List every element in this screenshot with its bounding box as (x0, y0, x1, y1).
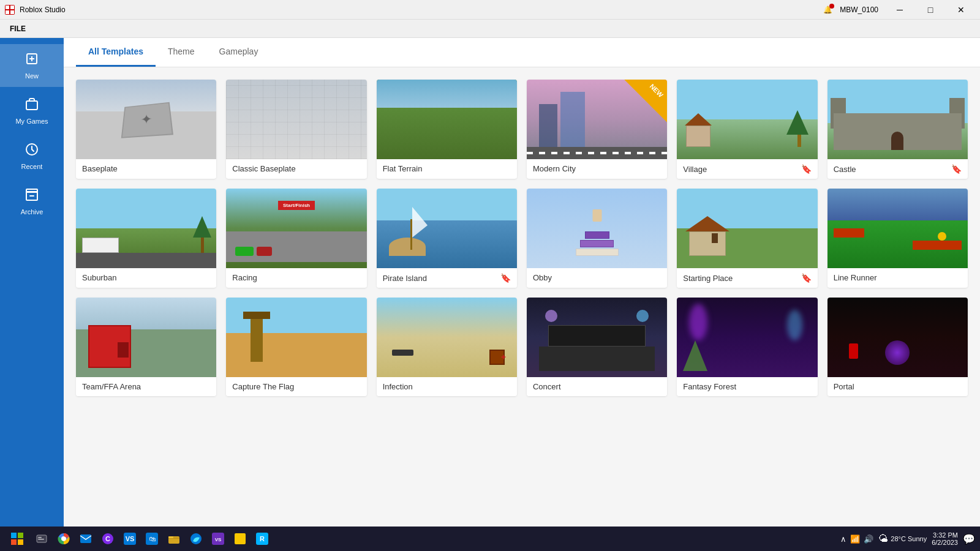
taskbar-sticky[interactable] (230, 529, 250, 549)
label-text-desert: Capture The Flag (232, 382, 294, 391)
template-card-purple[interactable]: Fantasy Forest (677, 298, 817, 396)
template-card-flat[interactable]: Flat Terrain (377, 80, 517, 179)
template-card-pirate[interactable]: Pirate Island 🔖 (377, 189, 517, 288)
sidebar-my-games-label: My Games (15, 118, 48, 125)
template-card-racing[interactable]: Start/Finish Racing (226, 189, 366, 288)
sidebar-item-my-games[interactable]: My Games (0, 89, 64, 132)
template-card-dark[interactable]: Portal (827, 298, 968, 396)
label-text-suburban: Suburban (82, 273, 116, 282)
template-card-village[interactable]: Village 🔖 (677, 80, 817, 179)
tab-all-templates[interactable]: All Templates (76, 38, 156, 67)
minimize-button[interactable]: ─ (886, 0, 914, 20)
template-card-castle[interactable]: Castle 🔖 (827, 80, 968, 179)
label-desert: Capture The Flag (226, 377, 366, 396)
sidebar-item-new[interactable]: New (0, 44, 64, 87)
bookmark-starting[interactable]: 🔖 (801, 273, 812, 283)
taskbar: C VS 🛍 VS (0, 527, 980, 551)
label-text-racing: Racing (232, 273, 257, 282)
file-menu[interactable]: FILE (5, 22, 31, 36)
taskbar-search[interactable] (32, 529, 51, 549)
sub-truck (82, 238, 119, 253)
label-suburban: Suburban (76, 268, 216, 287)
svg-text:🛍: 🛍 (149, 535, 156, 542)
app-icon (5, 5, 15, 15)
svg-rect-3 (10, 10, 14, 14)
svg-rect-18 (38, 539, 44, 540)
new-badge (624, 80, 667, 122)
bookmark-castle[interactable]: 🔖 (951, 164, 962, 174)
obby-platform (576, 230, 619, 256)
thumbnail-flat (377, 80, 517, 159)
taskbar-vs[interactable]: VS (120, 529, 140, 549)
bookmark-village[interactable]: 🔖 (801, 164, 812, 174)
taskbar-explorer[interactable] (164, 529, 184, 549)
taskbar-chrome[interactable] (54, 529, 74, 549)
label-text-concert: Concert (533, 382, 561, 391)
content-area: All Templates Theme Gameplay Baseplate (64, 38, 980, 527)
label-modern: Modern City (527, 159, 667, 178)
thumbnail-village (677, 80, 817, 159)
concert-light2 (636, 310, 649, 322)
svg-rect-2 (6, 10, 9, 14)
chevron-up-icon[interactable]: ∧ (840, 534, 846, 544)
obby-mid (580, 240, 614, 247)
thumbnail-racing: Start/Finish (226, 189, 366, 268)
label-text-classic: Classic Baseplate (232, 164, 295, 173)
label-village: Village 🔖 (677, 159, 817, 179)
speaker-icon[interactable]: 🔊 (864, 534, 873, 544)
network-icon[interactable]: 📶 (850, 534, 860, 544)
sidebar-archive-label: Archive (21, 208, 43, 216)
taskbar-canva[interactable]: C (98, 529, 118, 549)
flat-sky (377, 80, 517, 111)
bookmark-pirate[interactable]: 🔖 (500, 273, 511, 283)
label-text-obby: Obby (533, 273, 552, 282)
sidebar-new-label: New (25, 72, 39, 80)
titlebar-right: 🔔 MBW_0100 ─ □ ✕ (823, 0, 975, 20)
svg-rect-10 (26, 189, 37, 192)
notification-center[interactable]: 💬 (963, 533, 975, 545)
label-castle: Castle 🔖 (827, 159, 968, 179)
modern-building1 (539, 104, 557, 153)
label-text-pirate: Pirate Island (383, 274, 427, 283)
template-card-desert[interactable]: Capture The Flag (226, 298, 366, 396)
desert-top (243, 312, 270, 319)
start-button[interactable] (5, 529, 29, 549)
template-card-modern[interactable]: NEW Modern City (527, 80, 667, 179)
taskbar-roblox[interactable]: R (252, 529, 272, 549)
sidebar-item-recent[interactable]: Recent (0, 135, 64, 178)
svg-text:R: R (260, 535, 265, 542)
username: MBW_0100 (840, 6, 878, 14)
template-card-classic[interactable]: Classic Baseplate (226, 80, 366, 179)
svg-text:VS: VS (215, 537, 222, 542)
label-red: Team/FFA Arena (76, 377, 216, 396)
time-text: 3:32 PM (933, 531, 958, 539)
svg-rect-17 (38, 537, 42, 538)
taskbar-clock: 3:32 PM 6/2/2023 (932, 531, 958, 546)
thumbnail-dark (827, 298, 968, 377)
template-card-suburban[interactable]: Suburban (76, 189, 216, 288)
start-house (689, 231, 726, 256)
lr-ball (938, 232, 946, 241)
template-card-red[interactable]: Team/FFA Arena (76, 298, 216, 396)
notif-dot (829, 4, 834, 9)
tab-gameplay[interactable]: Gameplay (207, 38, 271, 67)
start-door (712, 233, 718, 243)
taskbar-mail[interactable] (76, 529, 96, 549)
template-card-concert[interactable]: Concert (527, 298, 667, 396)
template-card-obby[interactable]: Obby (527, 189, 667, 288)
template-card-baseplate[interactable]: Baseplate (76, 80, 216, 179)
template-card-linerunner[interactable]: Line Runner (827, 189, 968, 288)
obby-base (576, 249, 619, 256)
template-card-combat[interactable]: + Infection (377, 298, 517, 396)
taskbar-store[interactable]: 🛍 (142, 529, 162, 549)
lr-platform2 (834, 228, 864, 238)
tab-theme[interactable]: Theme (156, 38, 207, 67)
template-card-starting[interactable]: Starting Place 🔖 (677, 189, 817, 288)
sidebar-item-archive[interactable]: Archive (0, 180, 64, 223)
maximize-button[interactable]: □ (916, 0, 944, 20)
sub-tree-top (193, 216, 211, 238)
close-button[interactable]: ✕ (947, 0, 975, 20)
taskbar-vs2[interactable]: VS (208, 529, 228, 549)
taskbar-edge[interactable] (186, 529, 206, 549)
notification-icon[interactable]: 🔔 (823, 6, 832, 14)
